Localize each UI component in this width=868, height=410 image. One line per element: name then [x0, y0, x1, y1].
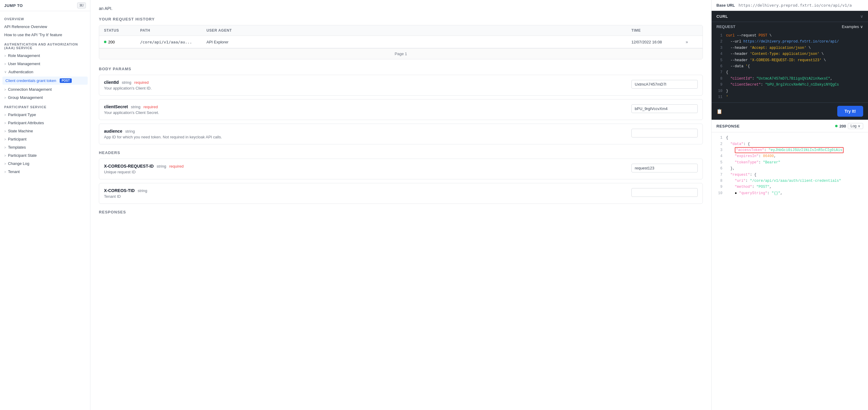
param-block-audience: audience string App ID for which you nee…: [99, 124, 703, 144]
param-input-x-coreos-request-id[interactable]: [631, 164, 698, 172]
response-header: RESPONSE 200 Log ∨: [712, 120, 868, 133]
code-line-2: 2 --url https://delhivery.preprod.fxtrt.…: [716, 38, 863, 45]
col-actions: [686, 28, 698, 33]
sidebar-item-role-management[interactable]: > Role Management: [0, 52, 90, 60]
response-status: 200 Log ∨: [835, 123, 863, 129]
resp-line-7: 7 "request": {: [716, 172, 863, 178]
param-type-audience: string: [125, 129, 135, 134]
sidebar-item-label: User Management: [8, 61, 40, 66]
chevron-icon: >: [4, 170, 6, 174]
param-desc-x-coreos-tid: Tenant ID: [104, 194, 627, 199]
sidebar-item-participant[interactable]: > Participant: [0, 135, 90, 143]
post-badge: POST: [60, 78, 71, 83]
sidebar-item-how-to-use[interactable]: How to use the API 'Try It' feature: [0, 31, 90, 39]
sidebar-item-label: Change Log: [8, 161, 29, 166]
col-status: STATUS: [104, 28, 140, 33]
pagination: Page 1: [99, 48, 703, 59]
param-desc-clientId: Your application's Client ID.: [104, 86, 627, 90]
sidebar-item-label: API Reference Overview: [4, 24, 47, 29]
curl-chevron-icon[interactable]: ∨: [860, 14, 863, 19]
log-button[interactable]: Log ∨: [848, 123, 863, 129]
param-info-audience: audience string App ID for which you nee…: [104, 129, 627, 139]
curl-panel: CURL ∨ REQUEST Examples ∨ 1 curl --reque…: [712, 11, 868, 120]
curl-actions: 📋 Try It!: [712, 102, 868, 120]
param-name-x-coreos-request-id: X-COREOS-REQUEST-ID: [104, 164, 154, 169]
code-line-8: 8 "clientId": "UxtmcA7457mD7L7B1igsQVzA2…: [716, 76, 863, 82]
examples-dropdown[interactable]: Examples ∨: [842, 24, 863, 29]
code-line-10: 10 }: [716, 88, 863, 94]
copy-icon[interactable]: 📋: [716, 109, 722, 114]
try-it-button[interactable]: Try It!: [837, 106, 863, 117]
sidebar-item-state-machine[interactable]: > State Machine: [0, 127, 90, 135]
param-input-x-coreos-tid[interactable]: [631, 188, 698, 197]
jump-to-bar[interactable]: JUMP TO ⌘/: [0, 0, 90, 11]
sidebar-item-change-log[interactable]: > Change Log: [0, 159, 90, 168]
sidebar-item-label: Participant State: [8, 153, 36, 158]
param-desc-clientSecret: Your application's Client Secret.: [104, 110, 627, 115]
param-name-clientSecret: clientSecret: [104, 104, 128, 109]
row-expand-icon[interactable]: »: [686, 39, 698, 44]
sidebar-item-tenant[interactable]: > Tenant: [0, 168, 90, 176]
sidebar-item-api-reference-overview[interactable]: API Reference Overview: [0, 23, 90, 31]
chevron-icon: >: [4, 88, 6, 91]
base-url-value: https://delhivery.preprod.fxtrt.io/core/…: [738, 3, 852, 7]
chevron-icon: >: [4, 162, 6, 166]
col-agent: USER AGENT: [207, 28, 631, 33]
param-block-x-coreos-tid: X-COREOS-TID string Tenant ID: [99, 183, 703, 204]
response-code-block: 1 { 2 "data": { 3 "accessToken": "eyJhbG…: [712, 133, 868, 199]
resp-line-6: 6 },: [716, 166, 863, 172]
param-info-clientSecret: clientSecret string required Your applic…: [104, 104, 627, 115]
chevron-icon: >: [4, 62, 6, 66]
sidebar-item-participant-state[interactable]: > Participant State: [0, 151, 90, 159]
sidebar-item-label: Participant Attributes: [8, 121, 44, 125]
col-path: PATH: [140, 28, 207, 33]
time-value: 12/07/2022 16:08: [631, 40, 686, 44]
chevron-icon: >: [4, 138, 6, 141]
resp-line-3: 3 "accessToken": "eyJhbGci0iJSUzI1NiIsIn…: [716, 147, 863, 153]
param-row-x-coreos-tid: X-COREOS-TID string Tenant ID: [104, 188, 698, 199]
chevron-down-icon: ∨: [860, 24, 863, 29]
curl-code-block: 1 curl --request POST \ 2 --url https://…: [712, 30, 868, 102]
sidebar-item-connection-management[interactable]: > Connection Management: [0, 85, 90, 93]
resp-line-5: 5 "tokenType": "Bearer": [716, 159, 863, 166]
code-line-6: 6 --data '{: [716, 63, 863, 69]
curl-label: CURL: [716, 14, 728, 19]
param-row-clientSecret: clientSecret string required Your applic…: [104, 104, 698, 115]
aaa-section-label: AUTHENTICATION AND AUTHORIZATION (AAA) S…: [0, 39, 90, 52]
code-line-9: 9 "clientSecret": "bPU_9rglVccvXm4WYcJ_n…: [716, 82, 863, 88]
code-line-5: 5 --header 'X-COREOS-REQUEST-ID: request…: [716, 57, 863, 63]
sidebar-item-label: Tenant: [8, 169, 20, 174]
status-dot-green: [104, 41, 106, 43]
param-type-x-coreos-request-id: string: [157, 164, 166, 169]
sidebar-item-authentication[interactable]: ∨ Authentication: [0, 68, 90, 76]
path-value: /core/api/v1/aaa/au...: [140, 40, 207, 44]
resp-line-9: 9 "method": "POST",: [716, 184, 863, 190]
resp-line-10: 10 ● "queryString": "{}",: [716, 190, 863, 196]
param-input-audience[interactable]: [631, 129, 698, 138]
base-url-label: Base URL: [716, 3, 735, 7]
sidebar-item-participant-attributes[interactable]: > Participant Attributes: [0, 119, 90, 127]
sidebar-item-group-management[interactable]: > Group Management: [0, 93, 90, 101]
param-desc-x-coreos-request-id: Unique request ID: [104, 170, 627, 174]
param-block-x-coreos-request-id: X-COREOS-REQUEST-ID string required Uniq…: [99, 158, 703, 179]
param-input-clientSecret[interactable]: [631, 104, 698, 113]
param-block-clientSecret: clientSecret string required Your applic…: [99, 99, 703, 120]
param-input-clientId[interactable]: [631, 80, 698, 89]
table-row[interactable]: 200 /core/api/v1/aaa/au... API Explorer …: [99, 36, 703, 48]
sidebar: JUMP TO ⌘/ OVERVIEW API Reference Overvi…: [0, 0, 90, 410]
chevron-icon: >: [4, 129, 6, 133]
response-panel: RESPONSE 200 Log ∨ 1 { 2 "data": { 3: [712, 120, 868, 410]
response-status-code: 200: [839, 124, 846, 128]
sidebar-item-user-management[interactable]: > User Management: [0, 60, 90, 68]
sidebar-item-label: Authentication: [8, 70, 33, 74]
sidebar-item-participant-type[interactable]: > Participant Type: [0, 111, 90, 119]
request-history-section-title: YOUR REQUEST HISTORY: [99, 17, 703, 21]
sidebar-item-label: How to use the API 'Try It' feature: [4, 33, 62, 37]
sidebar-item-client-credentials[interactable]: Client credentials grant token POST: [2, 77, 88, 85]
param-name-x-coreos-tid: X-COREOS-TID: [104, 188, 135, 193]
sidebar-item-label: Group Management: [8, 95, 43, 100]
responses-section-title: RESPONSES: [99, 210, 703, 214]
sidebar-item-templates[interactable]: > Templates: [0, 143, 90, 151]
param-type-x-coreos-tid: string: [138, 188, 147, 193]
sidebar-item-label: State Machine: [8, 129, 33, 133]
